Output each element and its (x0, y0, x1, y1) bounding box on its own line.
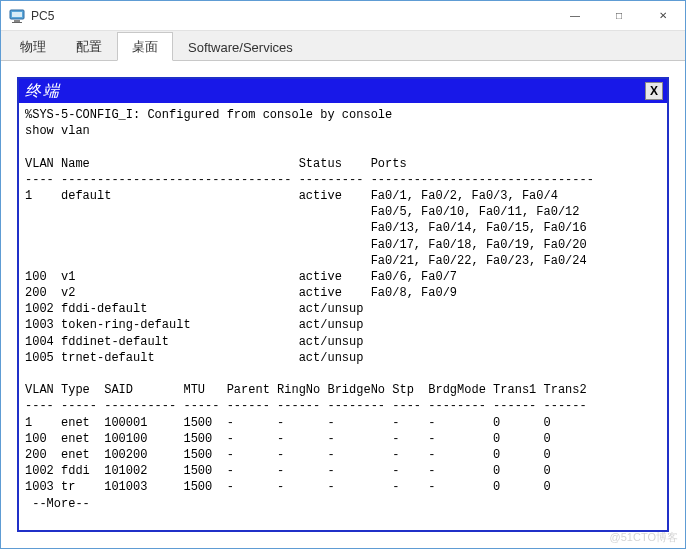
terminal-window: 终端 X %SYS-5-CONFIG_I: Configured from co… (17, 77, 669, 532)
main-tabs: 物理 配置 桌面 Software/Services (1, 31, 685, 61)
tab-software-services[interactable]: Software/Services (173, 32, 308, 61)
app-pc-icon (9, 8, 25, 24)
terminal-close-button[interactable]: X (645, 82, 663, 100)
window-title: PC5 (31, 9, 54, 23)
window-titlebar: PC5 — □ ✕ (1, 1, 685, 31)
app-window: PC5 — □ ✕ 物理 配置 桌面 Software/Services 终端 … (0, 0, 686, 549)
terminal-output[interactable]: %SYS-5-CONFIG_I: Configured from console… (19, 103, 667, 530)
svg-rect-1 (12, 12, 22, 17)
minimize-button[interactable]: — (553, 1, 597, 30)
close-button[interactable]: ✕ (641, 1, 685, 30)
terminal-title: 终端 (25, 81, 645, 102)
tab-physical[interactable]: 物理 (5, 32, 61, 61)
maximize-button[interactable]: □ (597, 1, 641, 30)
terminal-titlebar: 终端 X (19, 79, 667, 103)
content-area: 终端 X %SYS-5-CONFIG_I: Configured from co… (1, 61, 685, 548)
svg-rect-3 (12, 22, 22, 23)
titlebar-buttons: — □ ✕ (553, 1, 685, 30)
title-left: PC5 (1, 8, 553, 24)
tab-desktop[interactable]: 桌面 (117, 32, 173, 61)
tab-config[interactable]: 配置 (61, 32, 117, 61)
svg-rect-2 (14, 20, 20, 22)
